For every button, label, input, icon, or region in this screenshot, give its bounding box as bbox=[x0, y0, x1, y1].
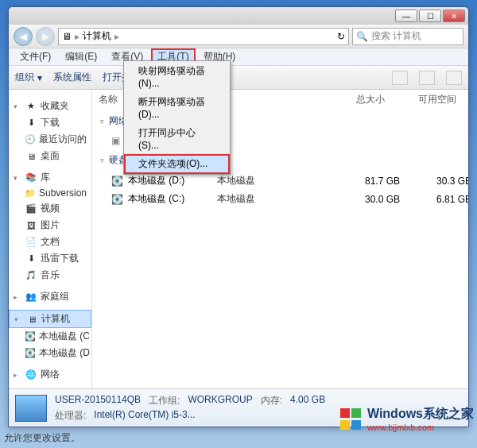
breadcrumb-location[interactable]: 计算机 bbox=[83, 29, 111, 43]
explorer-window: — ☐ ✕ ◀ ▶ 🖥 ▸ 计算机 ▸ ↻ 🔍 搜索 计算机 文件(F) 编辑(… bbox=[8, 6, 469, 427]
sidebar-subversion[interactable]: 📁Subversion bbox=[9, 186, 91, 200]
sidebar-pictures[interactable]: 🖼图片 bbox=[9, 217, 91, 234]
close-button[interactable]: ✕ bbox=[443, 10, 465, 22]
memory-label: 内存: bbox=[261, 394, 282, 407]
disk-icon: 💽 bbox=[111, 194, 123, 205]
star-icon: ★ bbox=[25, 101, 37, 112]
sidebar-downloads[interactable]: ⬇下载 bbox=[9, 114, 91, 131]
forward-button[interactable]: ▶ bbox=[36, 27, 55, 46]
search-icon: 🔍 bbox=[356, 31, 368, 42]
search-input[interactable]: 🔍 搜索 计算机 bbox=[352, 28, 463, 45]
minimize-button[interactable]: — bbox=[395, 10, 417, 22]
recent-icon: 🕘 bbox=[25, 134, 36, 145]
workgroup-label: 工作组: bbox=[149, 394, 180, 407]
breadcrumb-sep-icon: ▸ bbox=[114, 31, 119, 42]
menu-sync-center[interactable]: 打开同步中心(S)... bbox=[124, 123, 230, 154]
sidebar-music[interactable]: 🎵音乐 bbox=[9, 267, 91, 284]
music-icon: 🎵 bbox=[25, 270, 37, 281]
col-total-size[interactable]: 总大小 bbox=[305, 93, 385, 106]
menu-folder-options[interactable]: 文件夹选项(O)... bbox=[124, 154, 230, 174]
disk-icon: 💽 bbox=[111, 176, 123, 187]
windows-logo-icon bbox=[340, 408, 363, 431]
workgroup-value: WORKGROUP bbox=[188, 394, 252, 407]
watermark-title: Windows系统之家 bbox=[367, 406, 474, 423]
memory-value: 4.00 GB bbox=[290, 394, 325, 407]
sidebar-videos[interactable]: 🎬视频 bbox=[9, 200, 91, 217]
computer-icon: 🖥 bbox=[25, 314, 38, 325]
expand-icon: ▸ bbox=[14, 293, 21, 301]
sidebar-documents[interactable]: 📄文档 bbox=[9, 234, 91, 250]
expand-icon: ▸ bbox=[14, 371, 21, 379]
tools-dropdown: 映射网络驱动器(N)... 断开网络驱动器(D)... 打开同步中心(S)...… bbox=[123, 60, 231, 175]
help-icon[interactable] bbox=[446, 71, 462, 85]
nav-bar: ◀ ▶ 🖥 ▸ 计算机 ▸ ↻ 🔍 搜索 计算机 bbox=[9, 25, 468, 48]
cpu-label: 处理器: bbox=[55, 409, 86, 423]
menu-file[interactable]: 文件(F) bbox=[14, 48, 57, 65]
download-icon: ⬇ bbox=[25, 253, 37, 265]
sidebar-xunlei[interactable]: ⬇迅雷下载 bbox=[9, 250, 91, 267]
system-properties-button[interactable]: 系统属性 bbox=[53, 71, 91, 84]
address-bar[interactable]: 🖥 ▸ 计算机 ▸ ↻ bbox=[58, 28, 349, 45]
homegroup-icon: 👥 bbox=[25, 292, 37, 303]
sidebar-desktop[interactable]: 🖥桌面 bbox=[9, 148, 91, 164]
folder-icon: 📁 bbox=[25, 187, 36, 199]
computer-icon bbox=[15, 395, 47, 422]
download-icon: ⬇ bbox=[25, 118, 37, 129]
titlebar: — ☐ ✕ bbox=[9, 7, 468, 25]
sidebar-favorites[interactable]: ▾ ★ 收藏夹 bbox=[9, 98, 91, 114]
library-icon: 📚 bbox=[25, 172, 37, 183]
disk-icon: 💽 bbox=[25, 348, 36, 359]
nav-sidebar: ▾ ★ 收藏夹 ⬇下载 🕘最近访问的 🖥桌面 ▾ 📚 库 📁Subversion… bbox=[9, 90, 92, 388]
disk-icon: 💽 bbox=[25, 331, 36, 342]
search-placeholder: 搜索 计算机 bbox=[371, 29, 421, 43]
location-icon: 🖥 bbox=[62, 31, 72, 42]
back-button[interactable]: ◀ bbox=[14, 27, 33, 46]
menu-disconnect-drive[interactable]: 断开网络驱动器(D)... bbox=[124, 92, 230, 123]
watermark-url: www.bjjmlxb.com bbox=[367, 423, 474, 432]
chevron-down-icon: ▾ bbox=[37, 72, 42, 83]
menu-bar: 文件(F) 编辑(E) 查看(V) 工具(T) 帮助(H) bbox=[9, 48, 468, 66]
sidebar-computer[interactable]: ▾ 🖥 计算机 bbox=[9, 310, 91, 328]
refresh-icon[interactable]: ↻ bbox=[337, 31, 345, 42]
video-icon: 🎬 bbox=[25, 203, 37, 214]
collapse-icon: ▾ bbox=[14, 102, 21, 110]
sidebar-disk-c[interactable]: 💽本地磁盘 (C bbox=[9, 328, 91, 345]
collapse-icon: ▿ bbox=[100, 118, 104, 126]
network-icon: 🌐 bbox=[25, 369, 37, 380]
desktop-icon: 🖥 bbox=[25, 151, 37, 162]
window-body: ▾ ★ 收藏夹 ⬇下载 🕘最近访问的 🖥桌面 ▾ 📚 库 📁Subversion… bbox=[9, 90, 468, 388]
status-hint: 允许您更改设置。 bbox=[4, 431, 80, 445]
document-icon: 📄 bbox=[25, 237, 37, 248]
watermark: Windows系统之家 www.bjjmlxb.com bbox=[340, 406, 474, 432]
organize-button[interactable]: 组织 ▾ bbox=[15, 71, 42, 84]
sidebar-recent[interactable]: 🕘最近访问的 bbox=[9, 131, 91, 148]
menu-edit[interactable]: 编辑(E) bbox=[59, 48, 103, 65]
view-mode-icon[interactable] bbox=[392, 71, 408, 85]
sidebar-libraries[interactable]: ▾ 📚 库 bbox=[9, 169, 91, 186]
pc-name: USER-20150114QB bbox=[55, 394, 141, 407]
col-free-space[interactable]: 可用空间 bbox=[385, 93, 456, 106]
breadcrumb-sep-icon: ▸ bbox=[75, 31, 80, 42]
sidebar-disk-d[interactable]: 💽本地磁盘 (D bbox=[9, 345, 91, 361]
disk-c-row[interactable]: 💽 本地磁盘 (C:) 本地磁盘 30.0 GB 6.81 GB bbox=[92, 190, 468, 208]
menu-map-drive[interactable]: 映射网络驱动器(N)... bbox=[124, 61, 230, 92]
sidebar-homegroup[interactable]: ▸ 👥 家庭组 bbox=[9, 288, 91, 305]
picture-icon: 🖼 bbox=[25, 220, 37, 231]
maximize-button[interactable]: ☐ bbox=[419, 10, 441, 22]
collapse-icon: ▾ bbox=[14, 174, 21, 182]
collapse-icon: ▿ bbox=[100, 156, 104, 164]
cpu-value: Intel(R) Core(TM) i5-3... bbox=[94, 409, 195, 423]
collapse-icon: ▾ bbox=[14, 315, 22, 323]
toolbar: 组织 ▾ 系统属性 打开控制面板 bbox=[9, 66, 468, 90]
sidebar-network[interactable]: ▸ 🌐 网络 bbox=[9, 366, 91, 383]
preview-pane-icon[interactable] bbox=[419, 71, 435, 85]
